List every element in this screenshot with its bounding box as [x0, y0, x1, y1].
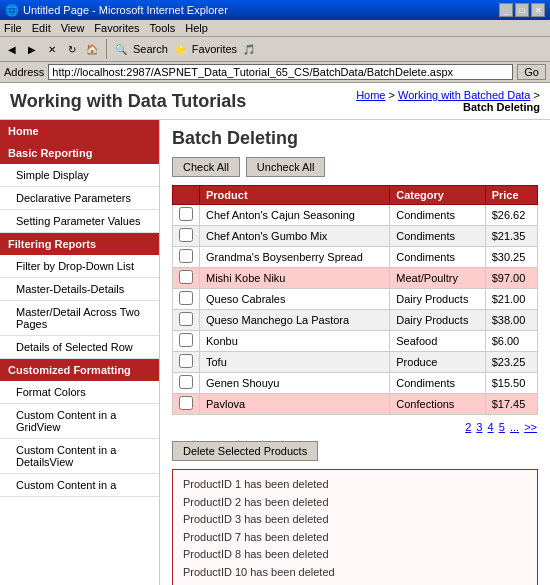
table-row: Grandma's Boysenberry Spread Condiments …	[173, 247, 538, 268]
deletion-log-entry: ProductID 1 has been deleted	[183, 476, 527, 494]
row-checkbox-cell[interactable]	[173, 373, 200, 394]
window-controls[interactable]: _ □ ✕	[499, 3, 545, 17]
row-checkbox-cell[interactable]	[173, 352, 200, 373]
row-checkbox[interactable]	[179, 375, 193, 389]
row-category: Condiments	[390, 226, 485, 247]
row-checkbox-cell[interactable]	[173, 289, 200, 310]
row-category: Condiments	[390, 247, 485, 268]
row-category: Produce	[390, 352, 485, 373]
row-price: $38.00	[485, 310, 537, 331]
row-checkbox[interactable]	[179, 333, 193, 347]
pager-ellipsis[interactable]: ...	[510, 421, 519, 433]
pager-page-3[interactable]: 3	[476, 421, 482, 433]
row-checkbox[interactable]	[179, 396, 193, 410]
forward-btn[interactable]: ▶	[24, 41, 40, 57]
menu-edit[interactable]: Edit	[32, 22, 51, 34]
row-checkbox-cell[interactable]	[173, 331, 200, 352]
row-category: Condiments	[390, 373, 485, 394]
sidebar-section-home[interactable]: Home	[0, 120, 159, 142]
breadcrumb: Home > Working with Batched Data > Batch…	[356, 89, 540, 113]
row-price: $23.25	[485, 352, 537, 373]
row-checkbox[interactable]	[179, 207, 193, 221]
row-price: $30.25	[485, 247, 537, 268]
row-checkbox-cell[interactable]	[173, 247, 200, 268]
pager-page-4[interactable]: 4	[488, 421, 494, 433]
sidebar-item-master-details[interactable]: Master-Details-Details	[0, 278, 159, 301]
row-checkbox[interactable]	[179, 291, 193, 305]
row-product: Chef Anton's Cajun Seasoning	[200, 205, 390, 226]
search-label: Search	[133, 43, 168, 55]
row-price: $21.00	[485, 289, 537, 310]
breadcrumb-home[interactable]: Home	[356, 89, 385, 101]
row-price: $15.50	[485, 373, 537, 394]
row-checkbox-cell[interactable]	[173, 205, 200, 226]
deletion-log: ProductID 1 has been deletedProductID 2 …	[172, 469, 538, 585]
sidebar-item-filter-dropdown[interactable]: Filter by Drop-Down List	[0, 255, 159, 278]
sidebar-item-custom-content[interactable]: Custom Content in a	[0, 474, 159, 497]
row-checkbox[interactable]	[179, 270, 193, 284]
row-checkbox-cell[interactable]	[173, 226, 200, 247]
toolbar: ◀ ▶ ✕ ↻ 🏠 🔍 Search ⭐ Favorites 🎵	[0, 37, 550, 62]
sidebar-item-custom-gridview[interactable]: Custom Content in a GridView	[0, 404, 159, 439]
browser-icon: 🌐	[5, 4, 19, 17]
back-btn[interactable]: ◀	[4, 41, 20, 57]
row-category: Meat/Poultry	[390, 268, 485, 289]
menu-file[interactable]: File	[4, 22, 22, 34]
stop-btn[interactable]: ✕	[44, 41, 60, 57]
sidebar-item-setting-params[interactable]: Setting Parameter Values	[0, 210, 159, 233]
row-checkbox-cell[interactable]	[173, 268, 200, 289]
row-checkbox[interactable]	[179, 354, 193, 368]
go-button[interactable]: Go	[517, 64, 546, 80]
col-price: Price	[485, 186, 537, 205]
table-row: Queso Manchego La Pastora Dairy Products…	[173, 310, 538, 331]
sidebar-section-basic-reporting: Basic Reporting	[0, 142, 159, 164]
sidebar-item-details-selected[interactable]: Details of Selected Row	[0, 336, 159, 359]
pager-page-2[interactable]: 2	[465, 421, 471, 433]
pager-next[interactable]: >>	[524, 421, 537, 433]
address-label: Address	[4, 66, 44, 78]
uncheck-all-button[interactable]: Uncheck All	[246, 157, 325, 177]
deletion-log-entry: ProductID 8 has been deleted	[183, 546, 527, 564]
row-product: Genen Shouyu	[200, 373, 390, 394]
sidebar-item-declarative-params[interactable]: Declarative Parameters	[0, 187, 159, 210]
row-checkbox[interactable]	[179, 228, 193, 242]
refresh-btn[interactable]: ↻	[64, 41, 80, 57]
close-btn[interactable]: ✕	[531, 3, 545, 17]
address-input[interactable]	[48, 64, 513, 80]
row-product: Tofu	[200, 352, 390, 373]
sidebar-item-custom-detailsview[interactable]: Custom Content in a DetailsView	[0, 439, 159, 474]
check-all-button[interactable]: Check All	[172, 157, 240, 177]
search-btn[interactable]: 🔍	[113, 41, 129, 57]
table-row: Genen Shouyu Condiments $15.50	[173, 373, 538, 394]
pager-page-5[interactable]: 5	[499, 421, 505, 433]
sidebar-item-master-detail-pages[interactable]: Master/Detail Across Two Pages	[0, 301, 159, 336]
menu-help[interactable]: Help	[185, 22, 208, 34]
site-title: Working with Data Tutorials	[10, 91, 246, 112]
row-checkbox-cell[interactable]	[173, 310, 200, 331]
table-row: Queso Cabrales Dairy Products $21.00	[173, 289, 538, 310]
deletion-log-entry: ProductID 3 has been deleted	[183, 511, 527, 529]
favorites-btn[interactable]: ⭐	[172, 41, 188, 57]
delete-selected-button[interactable]: Delete Selected Products	[172, 441, 318, 461]
minimize-btn[interactable]: _	[499, 3, 513, 17]
sidebar: Home Basic Reporting Simple Display Decl…	[0, 120, 160, 585]
row-checkbox[interactable]	[179, 312, 193, 326]
breadcrumb-section[interactable]: Working with Batched Data	[398, 89, 530, 101]
deletion-log-entry: ProductID 2 has been deleted	[183, 494, 527, 512]
main-layout: Home Basic Reporting Simple Display Decl…	[0, 120, 550, 585]
sidebar-item-format-colors[interactable]: Format Colors	[0, 381, 159, 404]
menu-view[interactable]: View	[61, 22, 85, 34]
menu-tools[interactable]: Tools	[150, 22, 176, 34]
media-btn[interactable]: 🎵	[241, 41, 257, 57]
menu-favorites[interactable]: Favorites	[94, 22, 139, 34]
content-area: Batch Deleting Check All Uncheck All Pro…	[160, 120, 550, 585]
row-checkbox-cell[interactable]	[173, 394, 200, 415]
table-row: Mishi Kobe Niku Meat/Poultry $97.00	[173, 268, 538, 289]
row-checkbox[interactable]	[179, 249, 193, 263]
home-btn[interactable]: 🏠	[84, 41, 100, 57]
row-category: Seafood	[390, 331, 485, 352]
site-header: Working with Data Tutorials Home > Worki…	[0, 83, 550, 120]
sidebar-item-simple-display[interactable]: Simple Display	[0, 164, 159, 187]
maximize-btn[interactable]: □	[515, 3, 529, 17]
products-table: Product Category Price Chef Anton's Caju…	[172, 185, 538, 415]
